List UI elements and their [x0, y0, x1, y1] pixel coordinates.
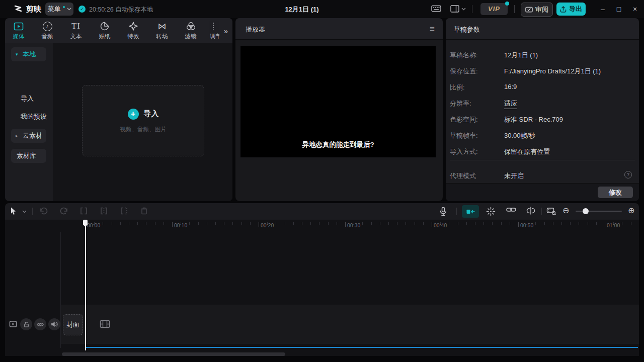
- horizontal-scrollbar[interactable]: [62, 352, 285, 356]
- sticker-icon: [100, 21, 109, 31]
- vip-label: VIP: [488, 5, 500, 13]
- shortcut-keyboard-icon[interactable]: [431, 5, 441, 13]
- tab-sticker[interactable]: 贴纸: [91, 18, 118, 43]
- ruler-label[interactable]: 00:40: [432, 222, 447, 228]
- modify-button[interactable]: 修改: [598, 187, 633, 198]
- ruler-label[interactable]: 00:10: [172, 222, 187, 228]
- toolbar-separator: [32, 208, 33, 215]
- sidebar-item-label: 我的预设: [21, 112, 47, 121]
- param-label: 导入方式:: [450, 147, 478, 156]
- delete-icon[interactable]: [140, 207, 148, 215]
- autosave-status: 20:50:26 自动保存本地: [89, 6, 153, 14]
- effects-star-icon: [129, 21, 138, 31]
- split-left-icon[interactable]: [100, 207, 108, 215]
- cover-button[interactable]: 封面: [63, 314, 83, 335]
- undo-icon[interactable]: [39, 207, 48, 215]
- track-lock-icon[interactable]: [20, 318, 32, 330]
- media-panel: 媒体 ♪ 音频 TI 文本 贴纸 特效 ⋈ 转场 滤镜 调节 »: [5, 18, 232, 201]
- import-hint: 视频、音频、图片: [120, 126, 167, 133]
- sidebar-item-library[interactable]: 素材库: [11, 149, 46, 163]
- split-icon[interactable]: [79, 207, 88, 215]
- timeline-fit-icon[interactable]: [546, 207, 556, 216]
- player-title: 播放器: [246, 25, 265, 34]
- cursor-select-icon[interactable]: [9, 207, 18, 216]
- tab-label: 滤镜: [185, 33, 197, 40]
- tab-label: 转场: [156, 33, 168, 40]
- sidebar-item-import[interactable]: 导入: [16, 92, 51, 106]
- menu-button[interactable]: 菜单: [45, 3, 73, 16]
- ruler-label[interactable]: 01:00: [605, 222, 620, 228]
- record-mic-icon[interactable]: [439, 207, 447, 216]
- player-menu-icon[interactable]: ≡: [430, 24, 435, 34]
- preview-axis-icon[interactable]: [486, 207, 496, 216]
- split-audio-icon[interactable]: [526, 207, 535, 215]
- video-preview: 异地恋真的能走到最后?: [240, 46, 436, 157]
- app-name: 剪映: [26, 5, 41, 14]
- param-row-resolution: 分辨率: 适应: [446, 95, 639, 111]
- sidebar-item-local[interactable]: ▾ 本地: [11, 47, 46, 61]
- draft-params-panel: 草稿参数 草稿名称: 12月1日 (1) 保存位置: F:/JianyingPr…: [446, 18, 639, 201]
- param-label: 色彩空间:: [450, 115, 478, 124]
- ruler-minor-ticks: [86, 222, 639, 225]
- video-caption: 异地恋真的能走到最后?: [240, 140, 436, 149]
- param-row-name: 草稿名称: 12月1日 (1): [446, 46, 639, 62]
- zoom-in-icon[interactable]: ⊕: [628, 206, 634, 215]
- media-content-area: + 导入 视频、音频、图片: [53, 43, 232, 201]
- cursor-chevron-icon[interactable]: [22, 210, 27, 213]
- import-dropzone[interactable]: + 导入 视频、音频、图片: [82, 85, 204, 156]
- toolbar-separator: [456, 208, 457, 215]
- param-label: 草稿名称:: [450, 51, 478, 60]
- param-value: 16:9: [504, 83, 517, 90]
- tab-filters[interactable]: 滤镜: [177, 18, 204, 43]
- minimize-button[interactable]: –: [595, 0, 610, 18]
- ruler-label[interactable]: 00:50: [518, 222, 533, 228]
- review-screen-icon: [525, 7, 533, 13]
- sidebar-item-label: 本地: [23, 50, 36, 59]
- param-label: 草稿帧率:: [450, 131, 478, 140]
- track-visibility-icon[interactable]: [34, 318, 46, 330]
- param-value-link[interactable]: 适应: [504, 99, 517, 109]
- export-button[interactable]: 导出: [556, 3, 586, 16]
- tab-label: 文本: [70, 33, 82, 40]
- ruler-label[interactable]: 00:30: [345, 222, 360, 228]
- toolbar-separator: [541, 208, 542, 215]
- zoom-out-icon[interactable]: ⊖: [562, 206, 569, 215]
- tabs-expand-button[interactable]: »: [219, 18, 232, 43]
- redo-icon[interactable]: [59, 207, 68, 215]
- ruler-label[interactable]: 00:20: [259, 222, 274, 228]
- param-row-ratio: 比例: 16:9: [446, 78, 639, 95]
- play-button[interactable]: ▶: [334, 199, 341, 201]
- close-button[interactable]: ×: [627, 0, 642, 18]
- tab-effects[interactable]: 特效: [120, 18, 147, 43]
- ruler-label[interactable]: 00:00: [87, 222, 100, 228]
- sidebar-item-cloud[interactable]: ▸ 云素材: [11, 129, 46, 143]
- param-row-importmode: 导入方式: 保留在原有位置: [446, 143, 639, 159]
- timeline-section: ⊖ ⊕ 00:00 00:10 00:20 00:30 00:40 00:50 …: [5, 203, 639, 356]
- tab-media[interactable]: 媒体: [5, 18, 32, 43]
- workspace-layout-icon[interactable]: [450, 5, 459, 13]
- track-mute-icon[interactable]: [48, 318, 60, 330]
- zoom-slider-handle[interactable]: [583, 208, 589, 214]
- tab-label: 贴纸: [99, 33, 111, 40]
- sidebar-item-presets[interactable]: 我的预设: [16, 110, 51, 124]
- playhead-line[interactable]: [85, 226, 86, 350]
- link-clips-icon[interactable]: [506, 207, 516, 213]
- collapse-arrow-icon: ▾: [16, 52, 20, 57]
- expand-arrow-icon: ▸: [16, 133, 20, 138]
- split-right-icon[interactable]: [120, 207, 128, 215]
- maximize-button[interactable]: □: [611, 0, 626, 18]
- tab-transitions[interactable]: ⋈ 转场: [148, 18, 176, 43]
- timeline-toolbar: ⊖ ⊕: [5, 203, 639, 220]
- text-icon: TI: [71, 21, 80, 31]
- review-button[interactable]: 审阅: [521, 3, 553, 17]
- chevron-down-icon: [67, 8, 71, 11]
- auto-snap-toggle[interactable]: [462, 205, 479, 218]
- layout-chevron-down-icon[interactable]: [461, 8, 466, 11]
- empty-clip-film-icon[interactable]: [100, 320, 110, 328]
- tab-audio[interactable]: ♪ 音频: [34, 18, 61, 43]
- main-track-lane: [61, 305, 639, 344]
- tab-text[interactable]: TI 文本: [62, 18, 90, 43]
- param-label: 代理模式: [450, 171, 476, 180]
- vip-badge[interactable]: VIP: [480, 3, 508, 15]
- help-icon[interactable]: ?: [624, 171, 632, 178]
